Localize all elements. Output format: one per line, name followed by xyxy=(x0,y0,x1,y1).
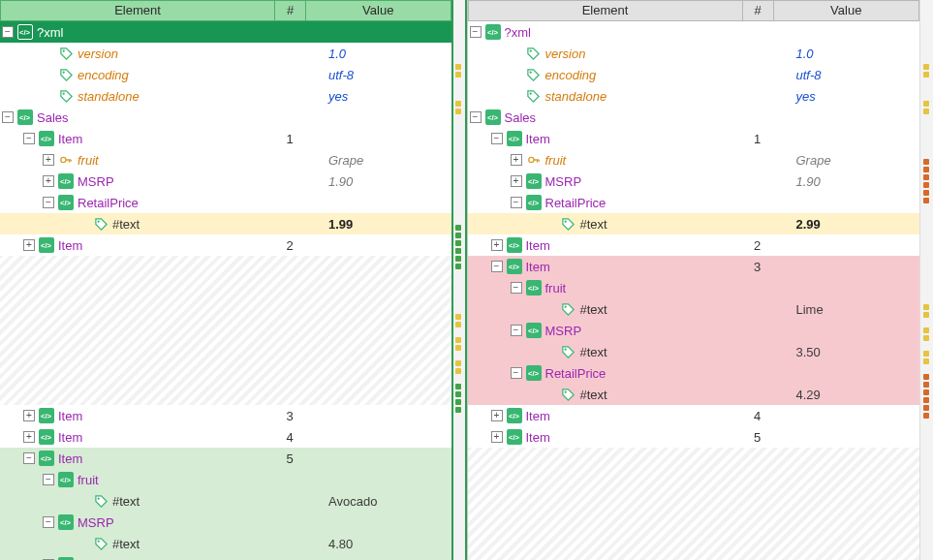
tree-row[interactable]: #text3.50 xyxy=(468,341,920,362)
left-gutter xyxy=(453,0,467,560)
node-label: #text xyxy=(112,217,140,232)
node-value: utf-8 xyxy=(305,68,451,82)
tree-row[interactable]: −Item3 xyxy=(468,256,920,277)
svg-point-11 xyxy=(565,220,567,222)
header-element[interactable]: Element xyxy=(469,1,743,20)
collapse-toggle[interactable]: − xyxy=(43,474,54,485)
right-tree[interactable]: −?xmlversion1.0encodingutf-8standaloneye… xyxy=(468,21,920,560)
tree-row[interactable]: #text4.80 xyxy=(0,533,451,554)
node-label: version xyxy=(545,47,586,61)
tree-row[interactable]: −?xml xyxy=(0,21,451,43)
node-label: MSRP xyxy=(545,324,582,338)
expand-toggle[interactable]: + xyxy=(491,239,503,251)
tree-row[interactable]: −fruit xyxy=(0,469,451,490)
expand-toggle[interactable]: + xyxy=(23,431,35,443)
header-value[interactable]: Value xyxy=(306,1,451,20)
tree-row[interactable]: encodingutf-8 xyxy=(0,64,451,85)
tree-row[interactable]: +Item3 xyxy=(0,405,451,426)
node-label: Sales xyxy=(37,110,69,125)
tree-row[interactable]: #textLime xyxy=(468,298,920,320)
tree-row[interactable]: +MSRP1.90 xyxy=(468,171,920,192)
tree-row[interactable]: −MSRP xyxy=(0,512,451,533)
tree-row[interactable]: −fruit xyxy=(468,277,920,298)
tree-row[interactable]: version1.0 xyxy=(468,43,920,64)
tree-row[interactable]: +Item2 xyxy=(468,234,920,256)
header-num[interactable]: # xyxy=(743,1,774,20)
node-index: 1 xyxy=(742,132,773,146)
collapse-toggle[interactable]: − xyxy=(2,26,14,38)
tree-row[interactable]: −RetailPrice xyxy=(468,192,920,213)
diff-marker xyxy=(455,384,463,413)
collapse-toggle[interactable]: − xyxy=(43,516,54,528)
node-label: encoding xyxy=(545,68,597,82)
tree-row[interactable]: −Item1 xyxy=(468,128,920,149)
header-num[interactable]: # xyxy=(275,1,306,20)
collapse-toggle[interactable]: − xyxy=(23,133,35,144)
collapse-toggle[interactable]: − xyxy=(511,197,522,208)
element-icon xyxy=(526,365,542,381)
svg-point-14 xyxy=(565,390,567,392)
tree-row[interactable]: −?xml xyxy=(468,21,920,43)
expand-toggle[interactable]: + xyxy=(23,410,35,421)
element-icon xyxy=(39,429,54,445)
node-value: utf-8 xyxy=(773,68,920,82)
tree-row[interactable]: +Item4 xyxy=(468,405,920,426)
node-index: 5 xyxy=(274,451,305,466)
tree-row[interactable]: −RetailPrice xyxy=(0,554,451,560)
tree-row[interactable]: −RetailPrice xyxy=(0,192,451,213)
expand-toggle[interactable]: + xyxy=(511,154,522,166)
tree-row[interactable]: +fruitGrape xyxy=(0,149,451,171)
node-label: RetailPrice xyxy=(545,196,606,210)
diff-marker xyxy=(923,327,931,341)
collapse-toggle[interactable]: − xyxy=(511,367,522,379)
key-icon xyxy=(58,152,74,168)
tree-row[interactable]: +Item4 xyxy=(0,426,451,448)
collapse-toggle[interactable]: − xyxy=(43,197,54,208)
tree-row[interactable]: #text2.99 xyxy=(468,213,920,234)
node-label: RetailPrice xyxy=(78,196,139,210)
expand-toggle[interactable]: + xyxy=(491,431,503,443)
left-tree[interactable]: −?xmlversion1.0encodingutf-8standaloneye… xyxy=(0,21,451,560)
node-value: 1.0 xyxy=(773,47,920,61)
tree-row[interactable]: −MSRP xyxy=(468,320,920,341)
collapse-toggle[interactable]: − xyxy=(470,111,482,123)
tree-row[interactable]: +Item2 xyxy=(0,234,451,256)
expand-toggle[interactable]: + xyxy=(511,175,522,187)
tree-row[interactable]: version1.0 xyxy=(0,43,451,64)
tree-row[interactable]: −RetailPrice xyxy=(468,362,920,384)
tree-row[interactable]: −Item5 xyxy=(0,448,451,469)
placeholder-gap xyxy=(0,256,451,405)
expand-toggle[interactable]: + xyxy=(43,175,54,187)
collapse-toggle[interactable]: − xyxy=(491,261,503,272)
collapse-toggle[interactable]: − xyxy=(470,26,482,38)
expand-toggle[interactable]: + xyxy=(23,239,35,251)
tree-row[interactable]: +Item5 xyxy=(468,426,920,448)
right-pane: Element # Value −?xmlversion1.0encodingu… xyxy=(467,0,920,560)
expand-toggle[interactable]: + xyxy=(491,410,503,421)
element-icon xyxy=(485,24,501,40)
tree-row[interactable]: encodingutf-8 xyxy=(468,64,920,85)
tree-row[interactable]: #textAvocado xyxy=(0,490,451,512)
tree-row[interactable]: +fruitGrape xyxy=(468,149,920,171)
diff-marker xyxy=(455,101,463,114)
collapse-toggle[interactable]: − xyxy=(511,282,522,294)
node-value: Grape xyxy=(773,153,920,168)
tree-row[interactable]: +MSRP1.90 xyxy=(0,171,451,192)
diff-marker xyxy=(923,304,931,318)
header-value[interactable]: Value xyxy=(774,1,919,20)
collapse-toggle[interactable]: − xyxy=(491,133,503,144)
tree-row[interactable]: standaloneyes xyxy=(0,85,451,107)
collapse-toggle[interactable]: − xyxy=(2,111,14,123)
tree-row[interactable]: −Item1 xyxy=(0,128,451,149)
node-label: #text xyxy=(112,537,140,551)
tree-row[interactable]: standaloneyes xyxy=(468,85,920,107)
tree-row[interactable]: −Sales xyxy=(0,107,451,128)
header-element[interactable]: Element xyxy=(1,1,275,20)
tree-row[interactable]: #text4.29 xyxy=(468,384,920,405)
node-label: ?xml xyxy=(37,25,63,40)
collapse-toggle[interactable]: − xyxy=(23,452,35,464)
tree-row[interactable]: −Sales xyxy=(468,107,920,128)
expand-toggle[interactable]: + xyxy=(43,154,54,166)
collapse-toggle[interactable]: − xyxy=(511,325,522,336)
tree-row[interactable]: #text1.99 xyxy=(0,213,451,234)
